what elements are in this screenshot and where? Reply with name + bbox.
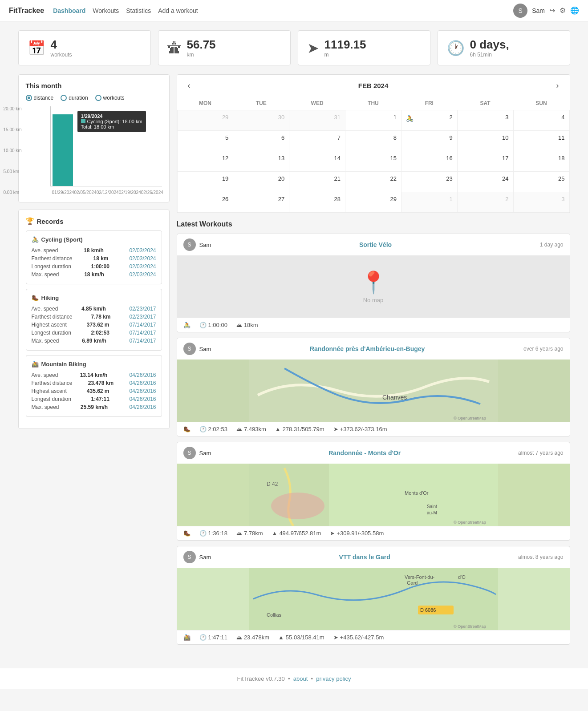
calendar-cell[interactable]: 5 xyxy=(177,131,233,151)
stat-distance-label: km xyxy=(187,52,216,58)
workout-title-2[interactable]: Randonnée - Monts d'Or xyxy=(328,449,401,456)
svg-text:© OpenStreetMap: © OpenStreetMap xyxy=(454,624,486,629)
radio-duration[interactable]: duration xyxy=(61,95,88,101)
records-title: 🏆 Records xyxy=(26,217,162,225)
workout-elevation-1: ▲ 278.31/505.79m xyxy=(275,426,324,432)
calendar-cell[interactable]: 10 xyxy=(457,131,513,151)
cal-header-thu: THU xyxy=(345,97,401,110)
calendar-cell[interactable]: 27 xyxy=(233,192,289,213)
radio-distance[interactable]: distance xyxy=(26,95,54,101)
workout-username-1: Sam xyxy=(199,346,211,352)
calendar-cell[interactable]: 18 xyxy=(513,151,569,172)
calendar-cell[interactable]: 8 xyxy=(345,131,401,151)
calendar-cell[interactable]: 4 xyxy=(513,110,569,131)
workout-username-2: Sam xyxy=(199,450,211,456)
workout-speed-1: ➤ +373.62/-373.16m xyxy=(333,426,387,432)
calendar-cell[interactable]: 15 xyxy=(345,151,401,172)
latest-workouts-title: Latest Workouts xyxy=(177,220,570,228)
calendar-week: 19202122232425 xyxy=(177,172,569,192)
workout-stats-1: 🥾 🕐 2:02:53 ⛰ 7.493km ▲ 278.31/505.7 xyxy=(177,422,570,436)
calendar-prev-button[interactable]: ‹ xyxy=(184,79,194,92)
calendar-cell[interactable]: 17 xyxy=(457,151,513,172)
calendar-cell[interactable]: 3 xyxy=(457,110,513,131)
calendar-cell[interactable]: 11 xyxy=(513,131,569,151)
calendar-cell[interactable]: 30 xyxy=(233,110,289,131)
brand-logo[interactable]: FitTrackee xyxy=(9,7,44,15)
calendar-next-button[interactable]: › xyxy=(552,79,562,92)
svg-text:Monts d'Or: Monts d'Or xyxy=(405,490,429,496)
chart-y-labels: 20.00 km 15.00 km 10.00 km 5.00 km 0.00 … xyxy=(4,106,22,195)
records-card: 🏆 Records 🚴 Cycling (Sport) Ave. speed 1… xyxy=(18,210,170,429)
calendar-cell[interactable]: 28 xyxy=(289,192,345,213)
calendar-cell[interactable]: 12 xyxy=(177,151,233,172)
calendar-cell[interactable]: 23 xyxy=(401,172,457,192)
calendar-cell[interactable]: 31 xyxy=(289,110,345,131)
bar-0[interactable] xyxy=(53,114,73,186)
svg-text:© OpenStreetMap: © OpenStreetMap xyxy=(454,416,486,420)
workout-stats-2: 🥾 🕐 1:36:18 ⛰ 7.78km ▲ 494.97/652.81 xyxy=(177,526,570,540)
calendar-cell[interactable]: 26 xyxy=(177,192,233,213)
calendar-header: ‹ FEB 2024 › xyxy=(177,75,570,97)
cal-header-wed: WED xyxy=(289,97,345,110)
calendar-cell[interactable]: 14 xyxy=(289,151,345,172)
calendar-day-headers: MON TUE WED THU FRI SAT SUN xyxy=(177,97,569,110)
calendar-title: FEB 2024 xyxy=(358,82,389,89)
workout-header-3: S Sam VTT dans le Gard almost 8 years ag… xyxy=(177,546,570,568)
stat-duration-label: 6h 51min xyxy=(470,52,509,58)
calendar-cell[interactable]: 25 xyxy=(513,172,569,192)
radio-workouts[interactable]: workouts xyxy=(95,95,125,101)
calendar-card: ‹ FEB 2024 › MON TUE WED THU FRI SAT SUN xyxy=(177,74,570,213)
workout-card-0: S Sam Sortie Vélo 1 day ago 📍 No map xyxy=(177,234,570,332)
workout-username-0: Sam xyxy=(199,242,211,248)
language-icon[interactable]: 🌐 xyxy=(570,6,579,15)
calendar-cell[interactable]: 7 xyxy=(289,131,345,151)
workout-header-2: S Sam Randonnée - Monts d'Or almost 7 ye… xyxy=(177,442,570,464)
chart-radio-group: distance duration workouts xyxy=(26,95,162,101)
workout-title-0[interactable]: Sortie Vélo xyxy=(359,241,392,248)
workout-header-0: S Sam Sortie Vélo 1 day ago xyxy=(177,234,570,255)
record-row: Max. speed 25.59 km/h 04/26/2016 xyxy=(32,403,156,411)
svg-text:au-M: au-M xyxy=(427,510,437,515)
map-svg-3: Vers-Font-du- Gard d'O Collias D 6086 © … xyxy=(177,568,570,630)
workout-sport-icon-3: 🚵 xyxy=(183,634,191,641)
cal-header-mon: MON xyxy=(177,97,233,110)
workout-title-1[interactable]: Randonnée près d'Ambérieu-en-Bugey xyxy=(310,345,425,352)
calendar-cell[interactable]: 🚴2 xyxy=(401,110,457,131)
calendar-cell[interactable]: 6 xyxy=(233,131,289,151)
calendar-cell[interactable]: 22 xyxy=(345,172,401,192)
no-map-placeholder: 📍 No map xyxy=(177,255,570,318)
calendar-cell[interactable]: 3 xyxy=(513,192,569,213)
record-row: Ave. speed 13.14 km/h 04/26/2016 xyxy=(32,371,156,379)
calendar-cell[interactable]: 16 xyxy=(401,151,457,172)
nav-statistics[interactable]: Statistics xyxy=(126,7,151,14)
cal-header-sun: SUN xyxy=(513,97,569,110)
workout-stats-0: 🚴 🕐 1:00:00 ⛰ 18km xyxy=(177,318,570,332)
workout-time-0: 1 day ago xyxy=(540,242,564,248)
calendar-cell[interactable]: 24 xyxy=(457,172,513,192)
calendar-grid: MON TUE WED THU FRI SAT SUN 2930311🚴2345… xyxy=(177,97,570,213)
calendar-cell[interactable]: 1 xyxy=(401,192,457,213)
footer-privacy-link[interactable]: privacy policy xyxy=(316,675,351,682)
stat-elevation-label: m xyxy=(324,52,366,58)
svg-point-7 xyxy=(271,493,324,519)
navbar: FitTrackee Dashboard Workouts Statistics… xyxy=(0,0,588,21)
calendar-cell[interactable]: 1 xyxy=(345,110,401,131)
calendar-cell[interactable]: 19 xyxy=(177,172,233,192)
footer-about-link[interactable]: about xyxy=(293,675,308,682)
logout-icon[interactable]: ↪ xyxy=(549,6,555,15)
svg-text:Chanves: Chanves xyxy=(382,394,407,401)
calendar-cell[interactable]: 2 xyxy=(457,192,513,213)
nav-dashboard[interactable]: Dashboard xyxy=(53,7,85,14)
calendar-cell[interactable]: 9 xyxy=(401,131,457,151)
calendar-cell[interactable]: 29 xyxy=(177,110,233,131)
settings-icon[interactable]: ⚙ xyxy=(560,6,566,15)
calendar-cell[interactable]: 20 xyxy=(233,172,289,192)
nav-add-workout[interactable]: Add a workout xyxy=(158,7,198,14)
workout-card-3: S Sam VTT dans le Gard almost 8 years ag… xyxy=(177,546,570,645)
calendar-cell[interactable]: 13 xyxy=(233,151,289,172)
calendar-cell[interactable]: 29 xyxy=(345,192,401,213)
record-row: Highest ascent 435.62 m 04/26/2016 xyxy=(32,387,156,395)
nav-workouts[interactable]: Workouts xyxy=(93,7,119,14)
calendar-cell[interactable]: 21 xyxy=(289,172,345,192)
workout-title-3[interactable]: VTT dans le Gard xyxy=(339,553,390,561)
